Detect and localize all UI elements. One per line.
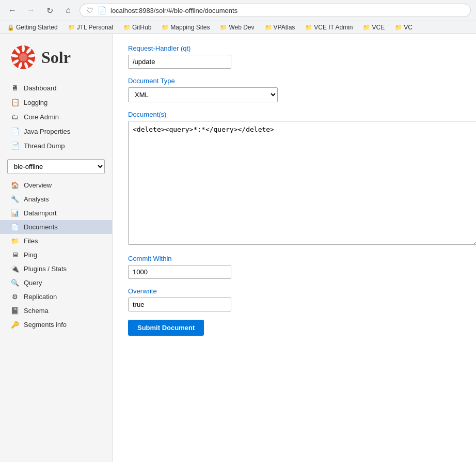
sidebar-nav: 🖥 Dashboard 📋 Logging 🗂 Core Admin 📄 Jav… [0,81,112,153]
bookmark-label: VC [404,24,412,31]
sub-nav: 🏠 Overview 🔧 Analysis 📊 Dataimport 📄 Doc… [0,178,112,332]
sub-nav-item-overview[interactable]: 🏠 Overview [0,178,112,192]
bookmark-jtl-personal[interactable]: 📁 JTL Personal [66,23,115,32]
svg-point-10 [19,53,27,61]
sub-nav-item-label: Analysis [24,195,49,203]
overview-icon: 🏠 [10,181,20,189]
sidebar-item-label: Thread Dump [24,142,65,150]
bookmark-vce-it-admin[interactable]: 📁 VCE IT Admin [303,23,355,32]
sub-nav-item-label: Plugins / Stats [24,265,67,273]
dataimport-icon: 📊 [10,209,20,217]
bookmark-github[interactable]: 📁 GitHub [121,23,153,32]
bookmark-label: Web Dev [229,24,254,31]
sub-nav-item-analysis[interactable]: 🔧 Analysis [0,192,112,206]
bookmark-icon: 📁 [220,24,227,31]
bookmark-icon: 📁 [265,24,272,31]
bookmark-icon: 📁 [363,24,370,31]
sub-nav-item-files[interactable]: 📁 Files [0,234,112,248]
sidebar-logo: Solr [0,34,112,75]
sub-nav-item-ping[interactable]: 🖥 Ping [0,248,112,262]
bookmark-web-dev[interactable]: 📁 Web Dev [218,23,256,32]
sub-nav-item-label: Segments info [24,321,67,329]
request-handler-input[interactable] [128,55,231,69]
page-icon: 📄 [98,6,106,14]
sidebar-item-label: Dashboard [24,84,57,92]
sub-nav-item-label: Replication [24,293,57,301]
sub-nav-item-documents[interactable]: 📄 Documents [0,220,112,234]
commit-within-group: Commit Within [128,255,461,279]
bookmark-getting-started[interactable]: 🔒 Getting Started [5,23,60,32]
commit-within-label: Commit Within [128,255,461,262]
submit-group: Submit Document [128,320,461,336]
bookmark-vpatlas[interactable]: 📁 VPAtlas [263,23,297,32]
browser-toolbar: ← → ↻ ⌂ 🛡 📄 [0,0,476,21]
forward-button[interactable]: → [24,3,38,18]
bookmark-vc[interactable]: 📁 VC [393,23,415,32]
overwrite-label: Overwrite [128,287,461,295]
home-button[interactable]: ⌂ [61,3,75,18]
document-type-label: Document Type [128,77,461,85]
thread-dump-icon: 📄 [10,142,20,150]
sub-nav-item-label: Ping [24,251,37,259]
sub-nav-item-replication[interactable]: ⚙ Replication [0,290,112,304]
sub-nav-item-label: Overview [24,181,52,189]
solr-logo-text: Solr [41,48,71,67]
sub-nav-item-label: Schema [24,307,49,315]
sidebar-item-logging[interactable]: 📋 Logging [0,95,112,110]
request-handler-label: Request-Handler (qt) [128,44,461,52]
main-content: Request-Handler (qt) Document Type XML J… [113,34,476,462]
analysis-icon: 🔧 [10,195,20,203]
sidebar-item-core-admin[interactable]: 🗂 Core Admin [0,110,112,124]
segments-icon: 🔑 [10,321,20,329]
sub-nav-item-dataimport[interactable]: 📊 Dataimport [0,206,112,220]
request-handler-group: Request-Handler (qt) [128,44,461,69]
bookmark-label: VCE IT Admin [314,24,353,31]
ping-icon: 🖥 [10,251,20,259]
sub-nav-item-plugins-stats[interactable]: 🔌 Plugins / Stats [0,262,112,276]
back-button[interactable]: ← [5,3,20,18]
sidebar-item-thread-dump[interactable]: 📄 Thread Dump [0,138,112,153]
document-type-group: Document Type XML JSON CSV Document Buil… [128,77,461,102]
bookmark-label: VPAtlas [274,24,295,31]
address-bar: 🛡 📄 [80,4,471,17]
document-type-select[interactable]: XML JSON CSV Document Builder [128,87,278,102]
core-select-dropdown[interactable]: bie-offline [7,159,105,174]
bookmark-mapping-sites[interactable]: 📁 Mapping Sites [160,23,212,32]
replication-icon: ⚙ [10,293,20,301]
bookmark-icon: 📁 [395,24,402,31]
sub-nav-item-label: Documents [24,223,58,231]
core-admin-icon: 🗂 [10,113,20,121]
documents-icon: 📄 [10,223,20,231]
plugins-icon: 🔌 [10,265,20,273]
sub-nav-item-label: Files [24,237,38,245]
commit-within-input[interactable] [128,265,231,279]
bookmark-icon: 📁 [305,24,312,31]
overwrite-input[interactable] [128,298,231,311]
submit-document-button[interactable]: Submit Document [128,320,204,336]
bookmark-icon: 🔒 [7,24,14,31]
sub-nav-item-label: Query [24,279,42,287]
sub-nav-item-schema[interactable]: 📓 Schema [0,304,112,318]
overwrite-group: Overwrite [128,287,461,311]
bookmark-vce[interactable]: 📁 VCE [361,23,387,32]
sub-nav-item-query[interactable]: 🔍 Query [0,276,112,290]
sidebar-item-dashboard[interactable]: 🖥 Dashboard [0,81,112,95]
sidebar-item-label: Logging [24,99,47,106]
solr-logo-icon [10,44,36,70]
logging-icon: 📋 [10,98,20,106]
sidebar-item-java-properties[interactable]: 📄 Java Properties [0,124,112,138]
sidebar-item-label: Core Admin [24,113,59,121]
url-input[interactable] [110,7,464,14]
schema-icon: 📓 [10,307,20,315]
dashboard-icon: 🖥 [10,84,20,92]
java-properties-icon: 📄 [10,127,20,135]
bookmark-label: Mapping Sites [170,24,210,31]
documents-textarea[interactable]: <delete><query>*:*</query></delete> [128,121,476,245]
bookmark-icon: 📁 [123,24,131,31]
sidebar-item-label: Java Properties [24,128,70,135]
sub-nav-item-segments-info[interactable]: 🔑 Segments info [0,318,112,332]
reload-button[interactable]: ↻ [42,3,57,18]
sidebar: Solr 🖥 Dashboard 📋 Logging 🗂 Core Admin … [0,34,113,462]
browser-chrome: ← → ↻ ⌂ 🛡 📄 🔒 Getting Started 📁 JTL Pers… [0,0,476,34]
bookmark-label: GitHub [132,24,151,31]
